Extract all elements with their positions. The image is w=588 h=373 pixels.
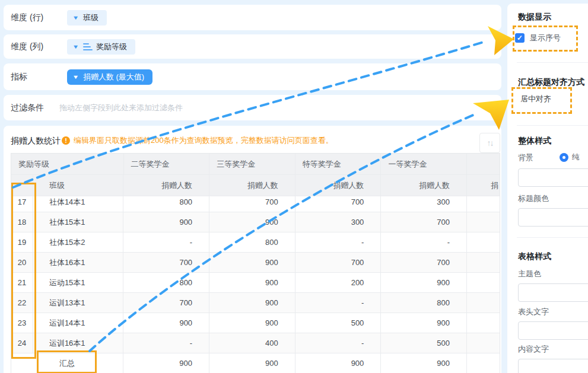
bi-chart-edit-page: 维度 (行) ▼ 班级 维度 (列) ▼ 奖励等级 指标 ▼ 捐赠人数 (最大值… (0, 0, 588, 373)
table-row: 24运训16本1-400-500 (11, 333, 500, 353)
class-name-cell: 运训13本1 (33, 293, 124, 313)
row-dimension-tag-label: 班级 (83, 12, 98, 23)
summary-align-title: 汇总标题对齐方式 (518, 77, 584, 88)
background-color-input[interactable] (518, 168, 588, 187)
value-cell: 500 (381, 333, 467, 353)
header-cell: 捐赠人数 (381, 175, 467, 196)
summary-value-cell: 900 (123, 353, 209, 373)
row-dimension-tag[interactable]: ▼ 班级 (67, 10, 107, 25)
panel-divider (517, 237, 588, 238)
class-name-cell: 社体15本2 (33, 232, 124, 252)
data-display-title: 数据显示 (518, 12, 551, 23)
header-cell: 特等奖学金 (295, 154, 382, 174)
header-cell: 二等奖学金 (124, 154, 210, 174)
title-color-label: 标题颜色 (518, 193, 549, 204)
theme-color-label: 主题色 (518, 269, 541, 279)
radio-selected-icon[interactable] (560, 153, 568, 162)
table-row: 23运训14本1900900500900 (11, 313, 500, 333)
header-cell: 捐赠人数 (295, 175, 382, 196)
value-cell: 900 (209, 293, 295, 313)
summary-value-cell: 900 (209, 353, 295, 373)
title-color-input[interactable] (518, 208, 588, 227)
value-cell: 700 (123, 293, 209, 313)
summary-row: 汇总900900900900 (11, 353, 500, 373)
class-name-cell: 社体15本1 (33, 212, 124, 232)
bg-solid-label: 纯 (572, 152, 580, 162)
header-text-label: 表头文字 (518, 307, 549, 317)
header-cell: 班级 (33, 175, 124, 196)
clipped-cell (467, 232, 500, 252)
metric-label: 指标 (11, 72, 67, 82)
sort-button[interactable]: ↑↓ (479, 133, 500, 153)
clipped-cell (467, 212, 500, 232)
value-cell: 500 (295, 313, 382, 333)
settings-panel: 数据显示 ✓ 显示序号 汇总标题对齐方式 居中对齐 整体样式 背景 纯 标题颜色… (507, 4, 588, 373)
summary-align-select[interactable]: 居中对齐 (520, 94, 551, 104)
value-cell: 900 (381, 313, 467, 333)
table-title: 捐赠人数统计 (11, 136, 61, 146)
row-dimension-well: 维度 (行) ▼ 班级 (4, 5, 501, 30)
value-cell: 800 (381, 293, 467, 313)
checkbox-checked-icon[interactable]: ✓ (515, 33, 525, 43)
header-cell: 捐赠人数 (123, 175, 209, 196)
summary-value-cell: 900 (295, 353, 382, 373)
row-number-cell: 21 (11, 273, 33, 292)
show-index-option[interactable]: ✓ 显示序号 (515, 33, 561, 43)
value-cell: 200 (295, 273, 382, 292)
value-cell: 700 (295, 196, 382, 212)
clipped-cell (467, 353, 500, 373)
row-number-cell: 22 (11, 293, 33, 313)
value-cell: - (295, 333, 382, 353)
metric-tag[interactable]: ▼ 捐赠人数 (最大值) (67, 69, 152, 85)
value-cell: 700 (209, 196, 295, 212)
clipped-cell (467, 196, 500, 212)
theme-color-input[interactable] (518, 283, 588, 302)
row-number-cell: 19 (11, 232, 33, 252)
summary-label-cell: 汇总 (11, 353, 123, 373)
metric-well: 指标 ▼ 捐赠人数 (最大值) (4, 63, 501, 90)
sort-icon: ↑↓ (487, 138, 493, 148)
col-dimension-label: 维度 (列) (11, 42, 67, 52)
value-cell: 900 (381, 273, 467, 292)
value-cell: 900 (209, 313, 295, 333)
class-name-cell: 运训16本1 (33, 333, 124, 353)
value-cell: 300 (295, 212, 382, 232)
table-style-title: 表格样式 (518, 251, 551, 262)
clipped-cell (467, 333, 500, 353)
background-label: 背景 (518, 152, 533, 163)
chevron-down-icon: ▼ (72, 74, 80, 80)
table-row: 22运训13本1700900-800 (11, 293, 500, 313)
bg-solid-radio-option[interactable]: 纯 (560, 152, 580, 162)
value-cell: 900 (123, 212, 209, 232)
header-cell: 捐赠人数 (209, 175, 295, 196)
chevron-down-icon: ▼ (72, 44, 80, 50)
header-cell: 奖励等级 (11, 154, 124, 174)
table-row: 20社体16本1700900700700 (11, 253, 500, 273)
table-preview-card: 捐赠人数统计 ! 编辑界面只取数据源前200条作为查询数据预览，完整数据请访问页… (4, 126, 501, 373)
header-text-input[interactable] (518, 321, 588, 340)
table-row: 19社体15本2-800-- (11, 232, 500, 253)
chevron-down-icon: ▼ (72, 15, 80, 21)
row-number-cell: 20 (11, 253, 33, 272)
col-dimension-tag-label: 奖励等级 (96, 42, 127, 52)
value-cell: 800 (209, 232, 295, 252)
panel-divider (517, 62, 588, 63)
warning-text: 编辑界面只取数据源前200条作为查询数据预览，完整数据请访问页面查看。 (74, 135, 333, 146)
value-cell: 700 (381, 212, 467, 232)
value-cell: 400 (209, 333, 295, 353)
row-dimension-label: 维度 (行) (11, 12, 67, 23)
value-cell: - (381, 232, 467, 252)
header-cell (467, 154, 500, 174)
clipped-cell (467, 293, 500, 313)
value-cell: 700 (381, 253, 467, 272)
table-row: 18社体15本1900900300700 (11, 212, 500, 232)
content-text-input[interactable] (518, 359, 588, 373)
value-cell: 900 (209, 212, 295, 232)
show-index-label: 显示序号 (530, 33, 561, 43)
table-body: 17社体14本180070070030018社体15本1900900300700… (11, 196, 500, 373)
value-cell: - (295, 293, 382, 313)
warning-icon: ! (62, 136, 70, 145)
col-dimension-tag[interactable]: ▼ 奖励等级 (67, 39, 135, 55)
filter-well[interactable]: 过滤条件 拖动左侧字段到此处来添加过滤条件 (4, 95, 501, 120)
class-name-cell: 运训14本1 (33, 313, 124, 333)
